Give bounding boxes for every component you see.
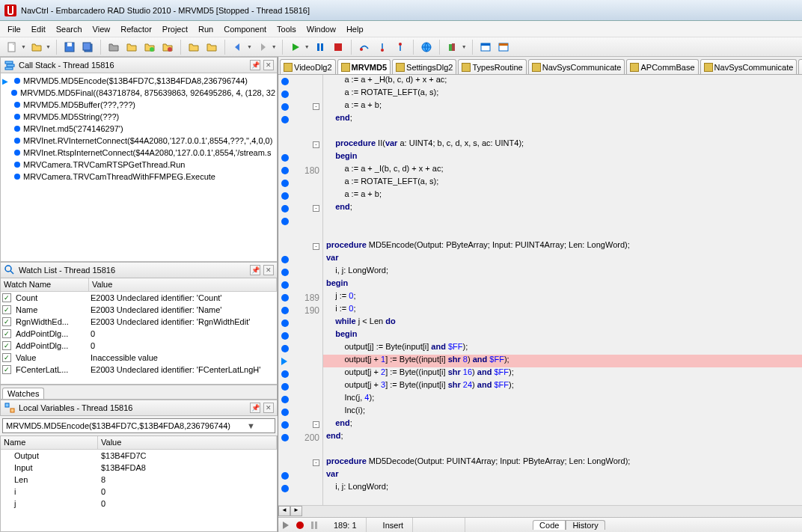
editor-code-area[interactable]: a := a + _H(b, c, d) + x + ac; a := ROTA… xyxy=(323,75,802,505)
fold-icon[interactable]: - xyxy=(313,243,319,250)
callstack-item[interactable]: MRVCamera.TRVCamRTSPGetThread.Run xyxy=(2,159,275,171)
breakpoint-icon[interactable] xyxy=(281,218,289,225)
localvar-item[interactable]: j0 xyxy=(1,498,277,510)
menu-window[interactable]: Window xyxy=(307,25,336,34)
breakpoint-icon[interactable] xyxy=(281,180,289,187)
code-line[interactable]: a := a + b; xyxy=(323,100,802,113)
code-line[interactable]: i, j: LongWord; xyxy=(323,482,802,495)
breakpoint-icon[interactable] xyxy=(281,485,289,492)
fold-icon[interactable]: - xyxy=(313,141,319,148)
stepout-button[interactable] xyxy=(393,40,408,55)
checkbox-icon[interactable]: ✓ xyxy=(2,341,11,350)
editor-tab-typesroutine[interactable]: TypesRoutine xyxy=(458,59,526,74)
code-line[interactable]: a := a + _I(b, c, d) + x + ac; xyxy=(323,164,802,177)
stop-button[interactable] xyxy=(331,40,346,55)
close-icon[interactable]: ✕ xyxy=(263,60,274,70)
watch-item[interactable]: ✓AddPointDlg...0 xyxy=(1,328,277,340)
code-line[interactable]: output[j + 1] := Byte((input[i] shr 8) a… xyxy=(323,355,802,367)
breakpoint-icon[interactable] xyxy=(281,332,289,340)
breakpoint-icon[interactable] xyxy=(281,205,289,213)
callstack-item[interactable]: MRVMD5.MD5Final((843718784, 875639863, 9… xyxy=(2,87,275,99)
breakpoint-icon[interactable] xyxy=(281,78,289,85)
code-line[interactable]: begin xyxy=(323,151,802,164)
breakpoint-icon[interactable] xyxy=(281,116,289,123)
breakpoint-icon[interactable] xyxy=(281,307,289,314)
breakpoint-icon[interactable] xyxy=(281,472,289,480)
code-line[interactable] xyxy=(323,126,802,138)
forward-button[interactable] xyxy=(255,40,270,55)
callstack-item[interactable]: MRVMD5.MD5Buffer(???,???) xyxy=(2,99,275,111)
code-line[interactable] xyxy=(323,444,802,456)
code-line[interactable]: begin xyxy=(323,278,802,291)
checkbox-icon[interactable]: ✓ xyxy=(2,353,11,362)
breakpoint-icon[interactable] xyxy=(281,396,289,403)
fold-icon[interactable]: - xyxy=(313,205,319,212)
breakpoint-icon[interactable] xyxy=(281,383,289,391)
new-button[interactable] xyxy=(4,40,19,55)
save-button[interactable] xyxy=(62,40,77,55)
editor-tab-more[interactable] xyxy=(798,59,802,74)
fold-icon[interactable]: - xyxy=(313,459,319,466)
menu-view[interactable]: View xyxy=(93,25,111,34)
saveall-button[interactable] xyxy=(80,40,95,55)
watch-item[interactable]: ✓NameE2003 Undeclared identifier: 'Name' xyxy=(1,304,277,316)
pin-icon[interactable]: 📌 xyxy=(250,403,260,413)
code-line[interactable]: procedure MD5Encode(Output: PByteArray; … xyxy=(323,240,802,253)
folder6-button[interactable] xyxy=(204,40,219,55)
callstack-item[interactable]: MRVInet.RVInternetConnect($44A2080,'127.… xyxy=(2,135,275,147)
window1-button[interactable] xyxy=(478,40,493,55)
callstack-item[interactable]: MRVMD5.MD5String(???) xyxy=(2,111,275,123)
breakpoint-icon[interactable] xyxy=(281,345,289,352)
menu-edit[interactable]: Edit xyxy=(31,25,46,34)
watch-item[interactable]: ✓FCenterLatL...E2003 Undeclared identifi… xyxy=(1,364,277,376)
code-line[interactable]: end; xyxy=(323,202,802,215)
callstack-list[interactable]: ▶MRVMD5.MD5Encode($13B4FD7C,$13B4FDA8,23… xyxy=(1,73,277,261)
breakpoint-icon[interactable] xyxy=(281,409,289,416)
code-line[interactable]: var xyxy=(323,253,802,266)
code-line[interactable]: i := 0; xyxy=(323,304,802,317)
breakpoint-icon[interactable] xyxy=(281,319,289,327)
folder-button[interactable] xyxy=(106,40,121,55)
code-line[interactable] xyxy=(323,227,802,240)
localvar-item[interactable]: Output$13B4FD7C xyxy=(1,450,277,462)
stepinto-button[interactable] xyxy=(375,40,390,55)
editor-tab-navsyscommunicate[interactable]: NavSysCommunicate xyxy=(700,59,798,74)
breakpoint-icon[interactable] xyxy=(281,269,289,276)
open-button[interactable] xyxy=(29,40,44,55)
code-line[interactable] xyxy=(323,495,802,505)
localvars-col-value[interactable]: Value xyxy=(98,436,277,449)
code-line[interactable]: Inc(i); xyxy=(323,406,802,418)
code-line[interactable]: end; xyxy=(323,113,802,126)
code-line[interactable]: procedure II(var a: UINT4; b, c, d, x, s… xyxy=(323,138,802,151)
breakpoint-icon[interactable] xyxy=(281,103,289,111)
folder4-button[interactable] xyxy=(160,40,175,55)
code-line[interactable]: end; xyxy=(323,418,802,431)
folder2-button[interactable] xyxy=(124,40,139,55)
checkbox-icon[interactable]: ✓ xyxy=(2,329,11,338)
code-line[interactable]: procedure MD5Decode(Output: PUINT4Array;… xyxy=(323,456,802,469)
globe-button[interactable] xyxy=(419,40,434,55)
checkbox-icon[interactable]: ✓ xyxy=(2,365,11,374)
breakpoint-icon[interactable] xyxy=(281,154,289,162)
localvars-col-name[interactable]: Name xyxy=(1,436,98,449)
breakpoint-icon[interactable] xyxy=(281,192,289,200)
code-line[interactable]: var xyxy=(323,469,802,482)
breakpoint-icon[interactable] xyxy=(281,167,289,174)
pause-icon[interactable] xyxy=(311,522,317,529)
menu-run[interactable]: Run xyxy=(198,25,213,34)
code-line[interactable]: output[j] := Byte(input[i] and $FF); xyxy=(323,342,802,355)
pause-button[interactable] xyxy=(313,40,328,55)
breakpoint-icon[interactable] xyxy=(281,294,289,302)
breakpoint-icon[interactable] xyxy=(281,91,289,98)
code-line[interactable]: j := 0; xyxy=(323,291,802,304)
window2-button[interactable] xyxy=(496,40,511,55)
watch-item[interactable]: ✓AddPointDlg...0 xyxy=(1,340,277,352)
code-line[interactable]: while j < Len do xyxy=(323,317,802,329)
code-line[interactable]: i, j: LongWord; xyxy=(323,266,802,278)
code-tab[interactable]: Code xyxy=(533,520,566,530)
watches-tab[interactable]: Watches xyxy=(2,388,44,399)
fold-icon[interactable]: - xyxy=(313,421,319,428)
editor-gutter[interactable]: --180--189190-200- xyxy=(278,75,323,505)
checkbox-icon[interactable]: ✓ xyxy=(2,305,11,314)
menu-component[interactable]: Component xyxy=(224,25,266,34)
